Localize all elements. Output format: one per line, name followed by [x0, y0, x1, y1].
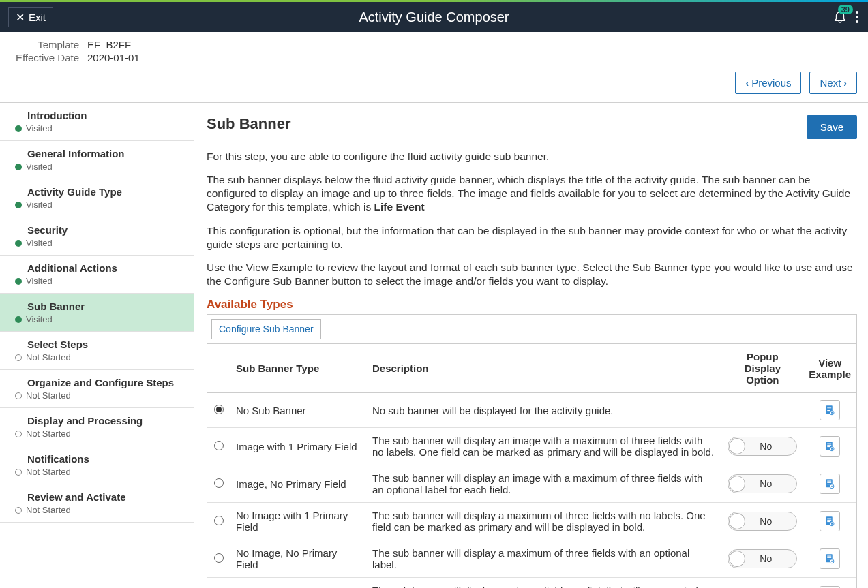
type-name: No Sub Banner — [230, 393, 367, 428]
table-row: No Image with 1 Primary FieldThe sub ban… — [207, 503, 856, 540]
effective-date-value: 2020-01-01 — [87, 52, 140, 63]
step-title: Organize and Configure Steps — [15, 377, 181, 388]
template-value: EF_B2FF — [87, 39, 131, 50]
configure-sub-banner-button[interactable]: Configure Sub Banner — [211, 319, 321, 339]
popup-toggle[interactable]: No — [728, 437, 797, 456]
template-meta: Template EF_B2FF Effective Date 2020-01-… — [0, 32, 868, 69]
type-name: Image with 1 Primary Field — [230, 428, 367, 465]
type-description: The sub banner will display a maximum of… — [367, 503, 721, 540]
available-types-heading: Available Types — [207, 298, 857, 311]
step-status: Not Started — [15, 429, 181, 439]
next-button[interactable]: Next › — [809, 72, 857, 94]
type-description: The sub banner will display a primary fi… — [367, 578, 721, 588]
step-title: Sub Banner — [15, 300, 181, 312]
step-title: Additional Actions — [15, 262, 181, 274]
table-row: Image with 1 Primary FieldThe sub banner… — [207, 428, 856, 465]
view-example-button[interactable] — [820, 548, 840, 569]
table-row: Image, No Primary FieldThe sub banner wi… — [207, 465, 856, 503]
step-status: Visited — [15, 238, 181, 248]
status-dot-icon — [15, 125, 22, 132]
step-status: Visited — [15, 276, 181, 286]
chevron-right-icon: › — [843, 78, 847, 89]
template-label: Template — [11, 39, 79, 50]
type-radio[interactable] — [214, 516, 224, 525]
sidebar-step[interactable]: Sub BannerVisited — [0, 294, 194, 332]
svg-point-5 — [831, 412, 833, 414]
sidebar-step[interactable]: General InformationVisited — [0, 141, 194, 179]
type-radio[interactable] — [214, 553, 224, 563]
type-radio[interactable] — [214, 405, 224, 414]
svg-rect-14 — [827, 482, 831, 483]
sidebar-step[interactable]: Display and ProcessingNot Started — [0, 408, 194, 446]
sidebar-step[interactable]: Select StepsNot Started — [0, 332, 194, 370]
sidebar-step[interactable]: IntroductionVisited — [0, 103, 194, 141]
exit-button[interactable]: ✕ Exit — [8, 7, 53, 27]
status-dot-icon — [15, 507, 22, 514]
document-preview-icon — [824, 515, 836, 527]
col-type: Sub Banner Type — [230, 344, 367, 393]
sidebar-step[interactable]: SecurityVisited — [0, 217, 194, 256]
svg-rect-19 — [827, 519, 831, 519]
popup-toggle[interactable]: No — [728, 474, 797, 493]
effective-date-label: Effective Date — [11, 52, 79, 63]
popup-toggle[interactable]: No — [728, 549, 797, 568]
steps-sidebar: IntroductionVisitedGeneral InformationVi… — [0, 103, 194, 588]
sidebar-step[interactable]: Organize and Configure StepsNot Started — [0, 370, 194, 408]
view-example-button[interactable] — [820, 400, 840, 420]
svg-rect-20 — [827, 520, 831, 521]
svg-rect-13 — [827, 481, 831, 482]
nav-buttons: ‹ Previous Next › — [0, 69, 868, 103]
type-description: No sub banner will be displayed for the … — [367, 393, 721, 428]
svg-rect-8 — [827, 445, 831, 446]
svg-rect-21 — [827, 521, 830, 522]
view-example-button[interactable] — [820, 474, 840, 494]
svg-rect-1 — [827, 407, 831, 408]
step-title: General Information — [15, 148, 181, 159]
type-description: The sub banner will display an image wit… — [367, 428, 721, 465]
sidebar-step[interactable]: Activity Guide TypeVisited — [0, 179, 194, 217]
step-title: Activity Guide Type — [15, 186, 181, 198]
sidebar-step[interactable]: Additional ActionsVisited — [0, 256, 194, 294]
popup-toggle[interactable]: No — [728, 512, 797, 531]
status-dot-icon — [15, 278, 22, 285]
step-status: Not Started — [15, 352, 181, 362]
type-description: The sub banner will display an image wit… — [367, 465, 721, 503]
types-table: Sub Banner Type Description Popup Displa… — [207, 344, 856, 588]
type-name: No Image, No Primary Field — [230, 540, 367, 578]
status-dot-icon — [15, 431, 22, 437]
sidebar-step[interactable]: Review and ActivateNot Started — [0, 484, 194, 523]
document-preview-icon — [824, 478, 836, 490]
svg-rect-26 — [827, 557, 831, 558]
svg-point-23 — [831, 523, 833, 525]
notifications-button[interactable]: 39 — [833, 9, 848, 26]
table-row: No Sub BannerNo sub banner will be displ… — [207, 393, 856, 428]
step-status: Visited — [15, 200, 181, 210]
svg-point-29 — [831, 561, 833, 562]
previous-button[interactable]: ‹ Previous — [735, 72, 801, 94]
view-example-button[interactable] — [820, 436, 840, 457]
table-row: No Image, No Primary FieldThe sub banner… — [207, 540, 856, 578]
intro-text: For this step, you are able to configure… — [207, 150, 857, 288]
status-dot-icon — [15, 316, 22, 323]
svg-point-11 — [831, 448, 833, 450]
step-status: Visited — [15, 161, 181, 172]
svg-rect-15 — [827, 484, 830, 484]
step-status: Visited — [15, 123, 181, 134]
view-example-button[interactable] — [820, 511, 840, 531]
close-icon: ✕ — [16, 11, 25, 24]
chevron-left-icon: ‹ — [745, 78, 749, 89]
type-radio[interactable] — [214, 478, 224, 488]
sidebar-step[interactable]: NotificationsNot Started — [0, 446, 194, 484]
step-status: Not Started — [15, 505, 181, 515]
step-title: Display and Processing — [15, 415, 181, 427]
type-radio[interactable] — [214, 441, 224, 450]
type-description: The sub banner will display a maximum of… — [367, 540, 721, 578]
types-table-container: Configure Sub Banner Sub Banner Type Des… — [207, 314, 857, 588]
page-header-title: Activity Guide Composer — [0, 10, 868, 25]
step-title: Review and Activate — [15, 491, 181, 503]
notification-count-badge: 39 — [838, 5, 853, 14]
actions-menu-button[interactable] — [856, 9, 858, 25]
page-title: Sub Banner — [207, 115, 290, 133]
topbar: ✕ Exit Activity Guide Composer 39 — [0, 2, 868, 32]
save-button[interactable]: Save — [807, 115, 857, 139]
